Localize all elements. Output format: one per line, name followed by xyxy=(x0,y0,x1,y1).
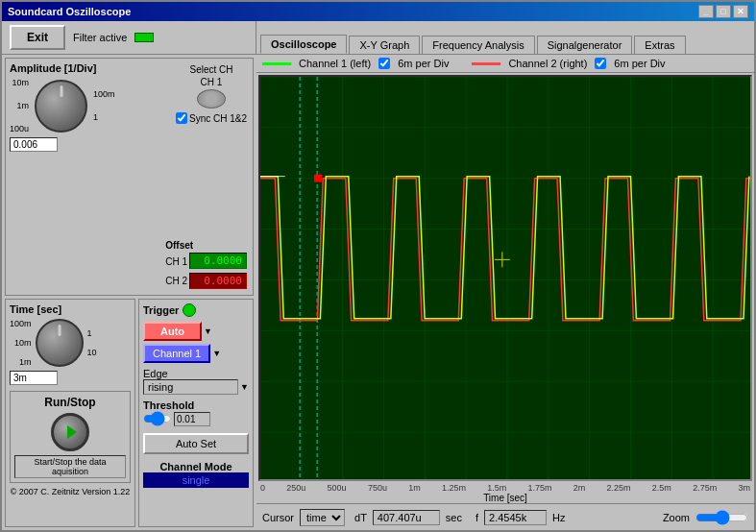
ch1-indicator xyxy=(197,89,226,109)
trigger-led xyxy=(183,303,196,317)
amplitude-knob[interactable] xyxy=(35,80,87,133)
zoom-slider[interactable] xyxy=(695,510,748,525)
start-stop-text: Start/Stop the data aquisition xyxy=(14,455,126,478)
play-icon xyxy=(67,425,77,439)
ch1-channel-label: Channel 1 (left) xyxy=(299,58,371,69)
trigger-section: Trigger Auto ▼ Channel 1 ▼ Edge ri xyxy=(138,299,254,527)
amp-label-100u: 100u xyxy=(10,124,29,133)
trigger-channel-button[interactable]: Channel 1 xyxy=(143,344,210,363)
tick-1.75m: 1.75m xyxy=(528,483,552,493)
amp-label-10m: 10m xyxy=(12,78,30,87)
time-value[interactable] xyxy=(10,371,58,385)
dt-value: 407.407u xyxy=(373,510,440,525)
ch2-offset-value[interactable]: 0.0000 xyxy=(189,273,247,289)
tab-oscilloscope[interactable]: Oscilloscope xyxy=(260,35,347,54)
title-bar: Soundcard Oszilloscope _ □ ✕ xyxy=(2,2,754,21)
zoom-label: Zoom xyxy=(663,512,690,523)
amplitude-section: Amplitude [1/Div] 10m 1m 100u 100m 1 xyxy=(5,58,254,296)
ch1-line xyxy=(262,62,291,65)
offset-label: Offset xyxy=(165,240,247,251)
edge-value[interactable]: rising xyxy=(143,379,238,395)
trigger-auto-arrow[interactable]: ▼ xyxy=(204,326,212,336)
tick-2m: 2m xyxy=(573,483,586,493)
scope-display xyxy=(258,75,752,481)
close-button[interactable]: ✕ xyxy=(733,5,748,18)
cursor-label: Cursor xyxy=(262,512,294,523)
ch2-line xyxy=(472,62,500,65)
tabs-container: Oscilloscope X-Y Graph Frequency Analysi… xyxy=(256,21,754,54)
window-title: Soundcard Oszilloscope xyxy=(8,6,131,17)
threshold-slider[interactable] xyxy=(143,411,172,426)
select-ch-label: Select CH xyxy=(176,64,247,75)
f-value: 2.4545k xyxy=(484,510,547,525)
amp-label-1: 1 xyxy=(93,112,115,122)
time-section: Time [sec] 100m 10m 1m 1 10 xyxy=(5,299,135,527)
exit-button[interactable]: Exit xyxy=(10,25,65,50)
cursor-bar: Cursor time freq dT 407.407u sec f 2.454… xyxy=(256,503,754,530)
tab-extras[interactable]: Extras xyxy=(634,36,685,54)
amplitude-value[interactable] xyxy=(10,137,58,152)
amp-label-100m: 100m xyxy=(93,89,115,99)
ch2-per-div: 6m per Div xyxy=(614,58,665,69)
threshold-value[interactable] xyxy=(174,412,210,426)
run-stop-title: Run/Stop xyxy=(14,396,126,409)
sync-checkbox[interactable] xyxy=(176,112,187,124)
filter-led xyxy=(134,33,154,42)
trigger-ch-arrow[interactable]: ▼ xyxy=(212,349,221,358)
trigger-title: Trigger xyxy=(143,304,179,316)
minimize-button[interactable]: _ xyxy=(698,5,714,18)
f-unit: Hz xyxy=(552,512,565,523)
ch1-offset-label: CH 1 xyxy=(165,256,187,267)
tick-1.5m: 1.5m xyxy=(487,483,506,493)
edge-label: Edge xyxy=(143,368,249,379)
tick-2.5m: 2.5m xyxy=(652,483,671,493)
threshold-label: Threshold xyxy=(143,399,249,411)
amp-label-1m: 1m xyxy=(17,101,30,110)
window-controls: _ □ ✕ xyxy=(698,5,748,18)
channel-mode-area: Channel Mode single xyxy=(143,461,249,488)
time-axis-label: Time [sec] xyxy=(260,493,750,503)
ch1-offset-value[interactable]: 0.0000 xyxy=(189,253,247,269)
ch1-label: CH 1 xyxy=(176,77,247,87)
scope-canvas xyxy=(260,77,752,481)
channel-mode-label: Channel Mode xyxy=(159,461,232,472)
time-label-1: 1 xyxy=(87,328,97,338)
tab-xy-graph[interactable]: X-Y Graph xyxy=(349,36,420,54)
filter-label: Filter active xyxy=(73,32,127,43)
tick-3m: 3m xyxy=(738,483,750,493)
tick-2.25m: 2.25m xyxy=(607,483,631,493)
left-panel: Amplitude [1/Div] 10m 1m 100u 100m 1 xyxy=(2,55,256,530)
ch2-offset-label: CH 2 xyxy=(165,276,187,286)
time-title: Time [sec] xyxy=(10,303,131,315)
tick-750u: 750u xyxy=(368,483,387,493)
channel-mode-value[interactable]: single xyxy=(143,472,249,488)
cursor-mode-select[interactable]: time freq xyxy=(300,509,345,526)
time-label-10: 10 xyxy=(87,348,97,357)
sync-label: Sync CH 1&2 xyxy=(189,113,247,124)
time-label-1m: 1m xyxy=(19,357,32,367)
copyright: © 2007 C. Zeitnitz Version 1.22 xyxy=(10,487,131,496)
time-label-100m: 100m xyxy=(10,319,32,328)
time-knob[interactable] xyxy=(36,319,84,367)
dt-label: dT xyxy=(354,512,367,523)
edge-arrow[interactable]: ▼ xyxy=(240,382,249,392)
main-window: Soundcard Oszilloscope _ □ ✕ Exit Filter… xyxy=(0,0,756,532)
time-axis: 0 250u 500u 750u 1m 1.25m 1.5m 1.75m 2m … xyxy=(256,483,754,503)
channel-bar: Channel 1 (left) 6m per Div Channel 2 (r… xyxy=(256,55,754,73)
tick-500u: 500u xyxy=(328,483,347,493)
run-stop-section: Run/Stop Start/Stop the data aquisition xyxy=(10,391,131,483)
right-panel: Channel 1 (left) 6m per Div Channel 2 (r… xyxy=(256,55,754,530)
tick-0: 0 xyxy=(260,483,265,493)
autoset-button[interactable]: Auto Set xyxy=(143,433,249,454)
tab-frequency-analysis[interactable]: Frequency Analysis xyxy=(422,36,534,54)
ch2-checkbox[interactable] xyxy=(595,58,606,69)
dt-unit: sec xyxy=(446,512,462,523)
tick-1.25m: 1.25m xyxy=(442,483,466,493)
tick-2.75m: 2.75m xyxy=(693,483,717,493)
maximize-button[interactable]: □ xyxy=(716,5,731,18)
tick-1m: 1m xyxy=(408,483,421,493)
ch1-checkbox[interactable] xyxy=(378,58,390,69)
run-stop-button[interactable] xyxy=(51,413,89,451)
tab-signalgenerator[interactable]: Signalgenerator xyxy=(537,36,633,54)
trigger-auto-button[interactable]: Auto xyxy=(143,322,202,341)
